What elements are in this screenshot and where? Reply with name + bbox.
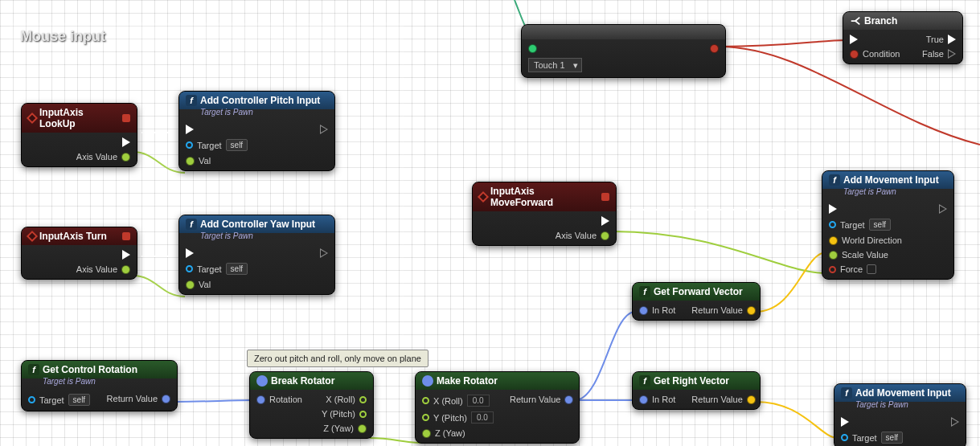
xroll-pin[interactable]: X (Roll)0.0 xyxy=(422,395,494,407)
true-pin[interactable]: True xyxy=(926,35,956,44)
node-branch[interactable]: Branch Condition True False xyxy=(843,11,963,64)
node-break-rotator[interactable]: Break Rotator Rotation X (Roll) Y (Pitch… xyxy=(249,371,374,439)
exec-out-pin[interactable] xyxy=(320,248,328,258)
axis-value-pin[interactable]: Axis Value xyxy=(76,264,130,274)
stop-icon xyxy=(122,232,130,240)
function-icon: f xyxy=(186,95,197,106)
stop-icon xyxy=(601,193,609,201)
stop-icon xyxy=(122,114,130,122)
node-subtitle: Target is Pawn xyxy=(834,400,966,412)
function-icon: f xyxy=(841,387,852,399)
val-pin[interactable]: Val xyxy=(186,156,248,166)
exec-out-pin[interactable] xyxy=(939,204,947,214)
node-make-rotator[interactable]: Make Rotator X (Roll)0.0 Y (Pitch)0.0 Z … xyxy=(415,371,580,444)
target-pin[interactable]: Targetself xyxy=(186,139,248,151)
function-icon: f xyxy=(186,219,197,230)
target-pin[interactable]: Targetself xyxy=(829,219,902,231)
exec-in-pin[interactable] xyxy=(186,248,248,258)
return-pin[interactable]: Return Value xyxy=(691,305,755,315)
node-subtitle: Target is Pawn xyxy=(822,187,953,199)
false-pin[interactable]: False xyxy=(922,49,956,59)
break-icon xyxy=(256,375,268,387)
node-title: Add Controller Pitch Input xyxy=(200,95,320,106)
ypitch-pin[interactable]: Y (Pitch)0.0 xyxy=(422,411,494,423)
node-subtitle: Target is Pawn xyxy=(179,108,334,120)
node-title: InputAxis Turn xyxy=(39,231,107,242)
node-title: Add Movement Input xyxy=(843,174,939,186)
node-title: InputAxis MoveForward xyxy=(490,186,598,208)
axis-value-pin[interactable]: Axis Value xyxy=(76,152,130,162)
inrot-pin[interactable]: In Rot xyxy=(639,395,675,404)
target-pin[interactable]: Targetself xyxy=(841,432,903,444)
node-get-forward-vector[interactable]: f Get Forward Vector In Rot Return Value xyxy=(632,282,761,321)
node-get-control-rotation[interactable]: f Get Control Rotation Target is Pawn Ta… xyxy=(21,360,178,411)
node-subtitle: Target is Pawn xyxy=(22,377,177,389)
rotation-pin[interactable]: Rotation xyxy=(256,395,302,404)
return-pin[interactable]: Return Value xyxy=(510,395,573,404)
node-touch[interactable]: Touch 1 xyxy=(521,24,726,78)
return-pin[interactable]: Return Value xyxy=(107,394,170,403)
make-icon xyxy=(422,375,433,387)
exec-in-pin[interactable] xyxy=(841,417,903,427)
val-pin[interactable]: Val xyxy=(186,280,248,289)
force-checkbox[interactable] xyxy=(867,264,876,274)
event-icon xyxy=(478,191,489,203)
node-add-pitch[interactable]: f Add Controller Pitch Input Target is P… xyxy=(178,91,335,171)
node-title: Get Forward Vector xyxy=(654,286,743,297)
out-pin[interactable] xyxy=(710,44,719,53)
exec-out-pin[interactable] xyxy=(122,137,130,147)
node-title: Get Right Vector xyxy=(654,375,729,387)
tooltip: Zero out pitch and roll, only move on pl… xyxy=(247,350,428,367)
exec-out-pin[interactable] xyxy=(951,417,959,427)
event-icon xyxy=(27,231,38,242)
event-icon xyxy=(27,113,38,124)
xroll-pin[interactable]: X (Roll) xyxy=(326,395,367,404)
comment-title: Mouse input xyxy=(10,23,403,50)
ypitch-pin[interactable]: Y (Pitch) xyxy=(322,409,367,419)
node-get-right-vector[interactable]: f Get Right Vector In Rot Return Value xyxy=(632,371,761,410)
condition-pin[interactable]: Condition xyxy=(850,49,900,59)
inrot-pin[interactable]: In Rot xyxy=(639,305,675,315)
node-inputaxis-turn[interactable]: InputAxis Turn Axis Value xyxy=(21,227,137,280)
axis-value-pin[interactable]: Axis Value xyxy=(556,231,609,240)
force-pin[interactable]: Force xyxy=(829,264,902,274)
node-inputaxis-lookup[interactable]: InputAxis LookUp Axis Value xyxy=(21,103,137,167)
function-icon: f xyxy=(639,286,650,297)
branch-icon xyxy=(850,15,861,27)
node-inputaxis-moveforward[interactable]: InputAxis MoveForward Axis Value xyxy=(472,182,617,246)
node-title: Get Control Rotation xyxy=(43,364,137,375)
exec-in-pin[interactable] xyxy=(850,35,900,44)
node-title: Add Movement Input xyxy=(855,387,951,399)
exec-out-pin[interactable] xyxy=(320,125,328,134)
exec-out-pin[interactable] xyxy=(122,250,130,260)
exec-in-pin[interactable] xyxy=(829,204,902,214)
zyaw-pin[interactable]: Z (Yaw) xyxy=(422,428,494,438)
exec-out-pin[interactable] xyxy=(601,216,609,226)
target-pin[interactable]: Targetself xyxy=(186,263,248,275)
target-pin[interactable]: Targetself xyxy=(28,394,90,406)
node-add-movement-2[interactable]: f Add Movement Input Target is Pawn Targ… xyxy=(834,383,966,446)
node-add-yaw[interactable]: f Add Controller Yaw Input Target is Paw… xyxy=(178,215,335,295)
function-icon: f xyxy=(829,174,840,186)
node-title: Add Controller Yaw Input xyxy=(200,219,315,230)
node-title: Branch xyxy=(864,15,897,27)
exec-in-pin[interactable] xyxy=(186,125,248,134)
node-title: Break Rotator xyxy=(271,375,334,387)
touch-dropdown[interactable]: Touch 1 xyxy=(528,58,582,72)
scale-pin[interactable]: Scale Value xyxy=(829,250,902,260)
worlddir-pin[interactable]: World Direction xyxy=(829,235,902,245)
zyaw-pin[interactable]: Z (Yaw) xyxy=(323,423,367,433)
node-title: InputAxis LookUp xyxy=(39,107,119,129)
exec-in-pin[interactable] xyxy=(528,44,582,53)
function-icon: f xyxy=(28,364,39,375)
return-pin[interactable]: Return Value xyxy=(691,395,755,404)
function-icon: f xyxy=(639,375,650,387)
node-title: Make Rotator xyxy=(437,375,498,387)
node-add-movement-1[interactable]: f Add Movement Input Target is Pawn Targ… xyxy=(822,170,954,280)
node-subtitle: Target is Pawn xyxy=(179,231,334,243)
